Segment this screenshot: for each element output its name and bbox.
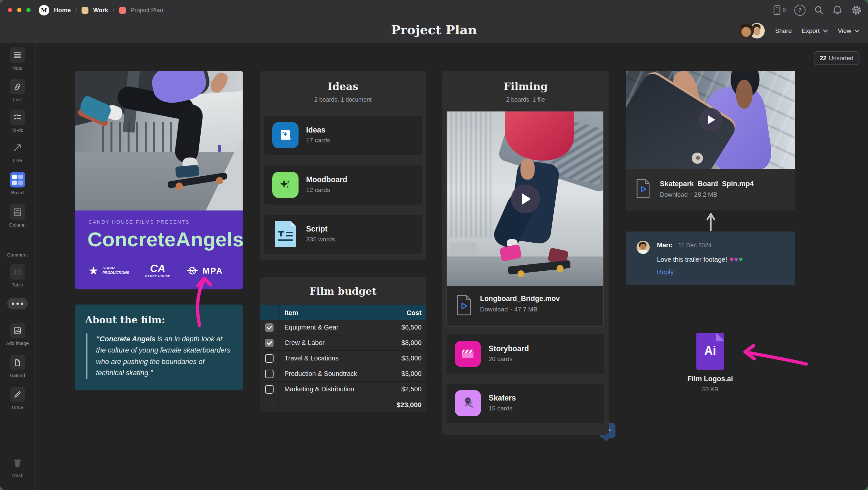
table-row: Travel & Locations $3,000 [260, 351, 426, 366]
comment-date: 11 Dec 2024 [678, 242, 712, 249]
add-image-icon [13, 326, 22, 335]
phone-icon [773, 5, 781, 16]
notifications-bell-icon[interactable] [833, 5, 842, 16]
avatar[interactable] [739, 23, 754, 38]
board-item-ideas[interactable]: Ideas 17 cards [264, 116, 422, 155]
tool-sidebar: Note Link To-do Line Board Column Commen… [0, 43, 35, 490]
download-link[interactable]: Download [480, 306, 508, 313]
sidebar-item-table[interactable]: Table [0, 264, 35, 287]
collaborator-avatars[interactable] [739, 23, 766, 38]
green-heart-icon: ♥ [739, 256, 743, 263]
ideas-board-icon [272, 122, 299, 148]
sidebar-item-note[interactable]: Note [0, 48, 35, 71]
starr-productions-star-icon: ★ [88, 265, 98, 276]
export-menu[interactable]: Export [802, 27, 828, 34]
zoom-window-button[interactable] [26, 8, 31, 12]
film-budget-card[interactable]: Film budget Item Cost Equipment & Gear $… [260, 277, 426, 412]
sidebar-item-add-image[interactable]: Add image [0, 323, 35, 346]
poster-presents-text: CANDY HOUSE FILMS PRESENTS [88, 219, 190, 224]
avatar [637, 241, 650, 254]
checkbox-unchecked[interactable] [265, 354, 274, 363]
checkbox-checked[interactable] [265, 323, 274, 332]
sidebar-item-trash[interactable]: Trash [0, 455, 35, 478]
settings-gear-icon[interactable] [851, 5, 862, 16]
breadcrumb-home[interactable]: Home [54, 7, 71, 14]
budget-title: Film budget [260, 285, 426, 297]
board-item-skaters[interactable]: Skaters 15 cards [446, 384, 604, 423]
app-window: M Home / Work / Project Plan 0 ? [0, 0, 868, 490]
checkbox-unchecked[interactable] [265, 385, 274, 394]
poster-image-card[interactable]: CANDY HOUSE FILMS PRESENTS ConcreteAngel… [75, 71, 243, 289]
poster-studio-logos: ★ STARRPRODUCTIONS CA CANDY HOUSE MPA [88, 263, 223, 278]
column-title: Filming [442, 81, 609, 92]
breadcrumb-separator: / [113, 7, 115, 13]
video-card-skatepark[interactable]: Skatepark_Board_Spin.mp4 Download- 28.2 … [626, 71, 795, 211]
file-size: 50 KB [661, 386, 760, 393]
board-item-moodboard[interactable]: Moodboard 12 cards [264, 165, 422, 205]
table-icon [13, 268, 22, 276]
ideas-column[interactable]: Ideas 2 boards, 1 document Ideas 17 card… [260, 71, 426, 260]
comment-card[interactable]: Marc 11 Dec 2024 Love this trailer foota… [626, 232, 795, 285]
board-canvas[interactable]: CANDY HOUSE FILMS PRESENTS ConcreteAngel… [35, 43, 868, 490]
sidebar-item-todo[interactable]: To-do [0, 110, 35, 133]
board-icon [12, 175, 23, 185]
play-button[interactable] [699, 108, 722, 131]
column-subtitle: 2 boards, 1 file [442, 96, 609, 103]
longboard-video-thumbnail [447, 112, 603, 286]
close-window-button[interactable] [8, 8, 12, 12]
checkbox-unchecked[interactable] [265, 370, 274, 378]
column-icon [13, 208, 22, 216]
about-note-card[interactable]: About the film: “Concrete Angels is an i… [75, 305, 243, 390]
checkbox-checked[interactable] [265, 339, 274, 347]
file-name: Longboard_Bridge.mov [480, 295, 560, 303]
milanote-logo-icon[interactable]: M [39, 5, 49, 16]
table-row: Production & Soundtrack $3,000 [260, 366, 426, 382]
unsorted-badge[interactable]: 22 Unsorted [814, 51, 860, 65]
reply-link[interactable]: Reply [657, 268, 674, 276]
play-icon [708, 115, 715, 124]
filming-column[interactable]: Filming 2 boards, 1 file Longboard_Bridg… [442, 71, 609, 435]
breadcrumb-project-plan[interactable]: Project Plan [130, 7, 163, 14]
sidebar-item-board[interactable]: Board [0, 172, 35, 195]
video-card-longboard[interactable]: Longboard_Bridge.mov Download- 47.7 MB [446, 111, 604, 327]
sidebar-item-column[interactable]: Column [0, 204, 35, 227]
project-plan-folder-icon[interactable] [119, 7, 126, 14]
mobile-devices-button[interactable]: 0 [773, 5, 786, 16]
search-icon[interactable] [814, 5, 824, 15]
more-dots-icon [7, 298, 28, 309]
top-right-icons: 0 ? [773, 0, 862, 21]
view-menu[interactable]: View [838, 27, 860, 34]
help-icon[interactable]: ? [794, 5, 806, 16]
mpa-globe-icon [186, 266, 198, 275]
sidebar-item-upload[interactable]: Upload [0, 355, 35, 378]
sidebar-item-comment[interactable]: Comment [0, 234, 35, 257]
video-file-icon [636, 179, 651, 200]
board-item-storyboard[interactable]: Storyboard 20 cards [446, 334, 604, 374]
document-item-script[interactable]: Script 335 words [264, 215, 422, 254]
sidebar-item-line[interactable]: Line [0, 140, 35, 163]
poster-film-title: ConcreteAngels [88, 227, 243, 251]
sidebar-item-link[interactable]: Link [0, 79, 35, 102]
chevron-down-icon [855, 29, 860, 33]
breadcrumb-separator: / [75, 7, 77, 13]
play-button[interactable] [511, 184, 540, 213]
download-link[interactable]: Download [660, 191, 688, 198]
sidebar-item-more[interactable] [0, 298, 35, 309]
file-info: Longboard_Bridge.mov Download- 47.7 MB [447, 285, 603, 326]
share-button[interactable]: Share [775, 27, 792, 34]
line-arrow-icon [13, 143, 22, 152]
breadcrumb-work[interactable]: Work [93, 7, 108, 14]
table-total-row: $23,000 [260, 397, 426, 413]
table-row: Crew & Labor $8,000 [260, 335, 426, 351]
about-quote: “Concrete Angels is an in depth look at … [86, 334, 231, 379]
purple-heart-icon: ♥ [734, 256, 738, 263]
file-card-film-logos[interactable]: Ai Film Logos.ai 50 KB [661, 333, 760, 428]
minimize-window-button[interactable] [17, 8, 21, 12]
sidebar-item-draw[interactable]: Draw [0, 387, 35, 410]
work-folder-icon[interactable] [82, 7, 88, 14]
play-icon [522, 193, 531, 205]
skull-crossbones-icon [455, 390, 481, 416]
pink-heart-icon: ♥ [730, 256, 734, 263]
storyboard-icon [455, 341, 481, 367]
video-file-icon [456, 295, 472, 317]
